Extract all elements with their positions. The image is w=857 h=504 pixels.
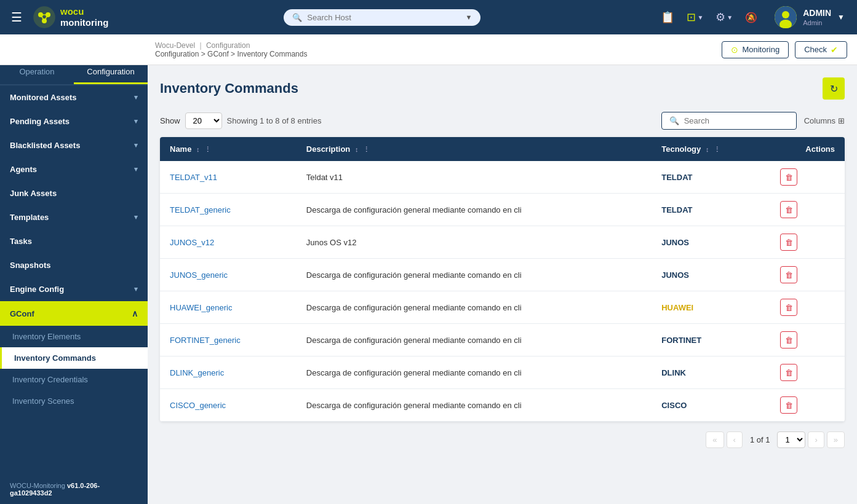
- user-name: ADMIN: [803, 7, 831, 18]
- search-dropdown-chevron[interactable]: ▼: [465, 14, 472, 21]
- table-toolbar-right: 🔍 Columns ⊞: [661, 112, 845, 130]
- breadcrumb-path: Configuration > GConf > Inventory Comman…: [155, 50, 307, 58]
- gconf-label: GConf: [10, 309, 34, 318]
- page-title: Inventory Commands: [160, 81, 298, 96]
- cell-name: TELDAT_generic: [160, 194, 297, 226]
- cell-description: Descarga de configuración general median…: [297, 324, 652, 356]
- check-icon: ✔: [831, 45, 838, 55]
- svg-point-8: [782, 11, 789, 18]
- settings-button[interactable]: ⚙ ▼: [711, 7, 738, 28]
- cell-actions: 🗑: [770, 259, 845, 291]
- data-table: Name ↕ ⋮ Description ↕ ⋮ Tecnology ↕ ⋮ A…: [160, 137, 845, 422]
- logo-text: wocu monitoring: [60, 6, 108, 28]
- delete-button[interactable]: 🗑: [780, 364, 797, 381]
- col-menu-name[interactable]: ⋮: [204, 146, 211, 153]
- sidebar-item-tasks[interactable]: Tasks: [0, 229, 148, 253]
- sidebar-item-inventory-scenes[interactable]: Inventory Scenes: [0, 390, 148, 412]
- first-page-button[interactable]: «: [706, 431, 723, 448]
- th-technology: Tecnology ↕ ⋮: [652, 137, 770, 161]
- page-select[interactable]: 1: [777, 431, 805, 448]
- search-input[interactable]: [684, 116, 789, 125]
- delete-button[interactable]: 🗑: [780, 299, 797, 316]
- sort-technology-icon[interactable]: ↕: [706, 146, 709, 153]
- sidebar-item-label-pending-assets: Pending Assets: [10, 117, 70, 126]
- sidebar-item-inventory-elements[interactable]: Inventory Elements: [0, 326, 148, 347]
- delete-button[interactable]: 🗑: [780, 396, 797, 414]
- sidebar-expand-engine-config: ▾: [134, 285, 138, 293]
- sidebar-item-templates[interactable]: Templates▾: [0, 205, 148, 229]
- tech-badge: JUNOS: [661, 238, 689, 247]
- delete-button[interactable]: 🗑: [780, 266, 797, 283]
- notes-button[interactable]: 📋: [656, 7, 679, 28]
- row-name-link[interactable]: CISCO_generic: [170, 401, 226, 410]
- cell-technology: JUNOS: [652, 259, 770, 291]
- monitor-button[interactable]: ⊡ ▼: [682, 7, 708, 28]
- sidebar-item-label-blacklisted-assets: Blacklisted Assets: [10, 141, 80, 150]
- cell-description: Descarga de configuración general median…: [297, 259, 652, 291]
- monitor-chevron: ▼: [697, 14, 703, 21]
- show-select[interactable]: 20 50 100: [185, 112, 222, 129]
- cell-description: Descarga de configuración general median…: [297, 389, 652, 422]
- logo-icon: [33, 6, 55, 28]
- last-page-button[interactable]: »: [827, 431, 845, 448]
- check-button[interactable]: Check ✔: [795, 41, 847, 58]
- sidebar-item-label-monitored-assets: Monitored Assets: [10, 93, 77, 102]
- table-row: CISCO_generic Descarga de configuración …: [160, 389, 845, 422]
- columns-button[interactable]: Columns ⊞: [804, 116, 845, 125]
- delete-button[interactable]: 🗑: [780, 331, 797, 348]
- tech-badge: TELDAT: [661, 205, 692, 215]
- delete-button[interactable]: 🗑: [780, 234, 797, 251]
- sidebar-item-monitored-assets[interactable]: Monitored Assets▾: [0, 85, 148, 109]
- sidebar-item-snapshots[interactable]: Snapshots: [0, 253, 148, 277]
- table-row: TELDAT_v11 Teldat v11 TELDAT 🗑: [160, 161, 845, 194]
- delete-button[interactable]: 🗑: [780, 201, 797, 218]
- sort-description-icon[interactable]: ↕: [355, 146, 359, 153]
- hamburger-button[interactable]: ☰: [7, 6, 26, 28]
- sidebar-item-label-templates: Templates: [10, 213, 49, 222]
- col-menu-technology[interactable]: ⋮: [714, 146, 720, 153]
- cell-actions: 🗑: [770, 194, 845, 226]
- row-name-link[interactable]: JUNOS_v12: [170, 238, 214, 247]
- page-header: Inventory Commands ↻: [160, 77, 845, 100]
- row-name-link[interactable]: HUAWEI_generic: [170, 303, 232, 312]
- sidebar-items-container: Monitored Assets▾Pending Assets▾Blacklis…: [0, 85, 148, 412]
- sidebar-item-inventory-commands[interactable]: Inventory Commands: [0, 347, 148, 369]
- sort-name-icon[interactable]: ↕: [196, 146, 200, 153]
- show-entries: Show 20 50 100 Showing 1 to 8 of 8 entri…: [160, 112, 321, 129]
- search-host-input[interactable]: [307, 13, 460, 22]
- next-page-button[interactable]: ›: [808, 431, 824, 448]
- monitor-icon: ⊡: [687, 10, 696, 24]
- notifications-button[interactable]: 🔕: [740, 8, 762, 27]
- table-row: HUAWEI_generic Descarga de configuración…: [160, 291, 845, 324]
- delete-button[interactable]: 🗑: [780, 168, 797, 186]
- table-toolbar: Show 20 50 100 Showing 1 to 8 of 8 entri…: [160, 112, 845, 130]
- row-name-link[interactable]: JUNOS_generic: [170, 270, 228, 280]
- row-name-link[interactable]: FORTINET_generic: [170, 336, 241, 345]
- sidebar-item-junk-assets[interactable]: Junk Assets: [0, 181, 148, 205]
- table-row: JUNOS_v12 Junos OS v12 JUNOS 🗑: [160, 226, 845, 259]
- user-menu-chevron[interactable]: ▼: [837, 13, 845, 22]
- sidebar-item-inventory-credentials[interactable]: Inventory Credentials: [0, 369, 148, 390]
- col-menu-description[interactable]: ⋮: [363, 146, 370, 153]
- sidebar-item-agents[interactable]: Agents▾: [0, 157, 148, 181]
- sidebar-item-pending-assets[interactable]: Pending Assets▾: [0, 109, 148, 133]
- cell-name: FORTINET_generic: [160, 324, 297, 356]
- search-host-bar[interactable]: 🔍 ▼: [284, 9, 480, 26]
- row-name-link[interactable]: DLINK_generic: [170, 368, 224, 377]
- row-name-link[interactable]: TELDAT_generic: [170, 205, 231, 215]
- monitoring-button[interactable]: ⊙ Monitoring: [722, 41, 789, 58]
- refresh-button[interactable]: ↻: [823, 77, 845, 100]
- row-name-link[interactable]: TELDAT_v11: [170, 173, 217, 182]
- tech-badge: TELDAT: [661, 173, 692, 182]
- settings-chevron: ▼: [727, 14, 733, 21]
- sidebar-item-engine-config[interactable]: Engine Config▾: [0, 277, 148, 301]
- prev-page-button[interactable]: ‹: [727, 431, 743, 448]
- table-body: TELDAT_v11 Teldat v11 TELDAT 🗑 TELDAT_ge…: [160, 161, 845, 422]
- user-menu[interactable]: ADMIN Admin ▼: [770, 4, 850, 31]
- search-box[interactable]: 🔍: [661, 112, 797, 130]
- gconf-chevron: ∧: [132, 309, 138, 318]
- sidebar-item-blacklisted-assets[interactable]: Blacklisted Assets▾: [0, 133, 148, 157]
- sidebar-gconf-section[interactable]: GConf∧: [0, 301, 148, 326]
- table-row: TELDAT_generic Descarga de configuración…: [160, 194, 845, 226]
- refresh-icon: ↻: [830, 83, 838, 95]
